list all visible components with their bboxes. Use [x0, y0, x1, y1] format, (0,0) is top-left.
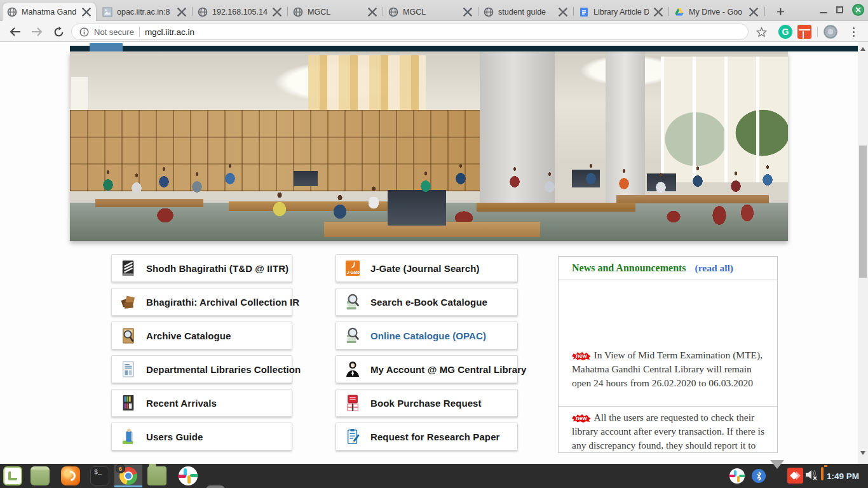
button-label: Users Guide — [146, 431, 203, 442]
profile-avatar[interactable] — [824, 25, 837, 39]
button-book-purchase[interactable]: Book Purchase Request — [336, 389, 518, 417]
chrome-taskbar-button-active[interactable]: 6 — [114, 464, 142, 487]
close-tab-icon[interactable] — [463, 7, 473, 17]
button-label: Archive Catalogue — [146, 330, 231, 341]
terminal-launcher[interactable]: $_ — [90, 466, 109, 485]
reload-button[interactable] — [51, 24, 66, 39]
google-drive-favicon-icon — [674, 7, 684, 17]
scroll-up-arrow-icon[interactable] — [860, 47, 865, 51]
nav-active-item[interactable] — [90, 43, 123, 51]
thesis-book-icon — [119, 258, 137, 278]
close-tab-icon[interactable] — [749, 7, 759, 17]
tab-opac[interactable]: opac.iitr.ac.in:8 — [98, 3, 191, 21]
tab-separator — [573, 7, 574, 16]
tab-title: Mahatma Gand — [22, 8, 77, 17]
network-tray-icon[interactable] — [770, 469, 784, 483]
tab-title: 192.168.105.14 — [212, 8, 268, 17]
tab-ip-address[interactable]: 192.168.105.14 — [193, 3, 287, 21]
network-settings-launcher[interactable] — [206, 485, 225, 488]
terminal-glyph: $_ — [94, 469, 102, 476]
button-bhagirathi-archival[interactable]: Bhagirathi: Archival Collection IR — [111, 288, 292, 316]
tab-student-guide[interactable]: student guide — [479, 3, 573, 21]
button-label: Departmental Libraries Collection — [146, 364, 301, 375]
tab-separator — [192, 7, 193, 16]
active-app-underline — [114, 485, 142, 487]
tab-mgcl-3[interactable]: MGCL — [384, 3, 477, 21]
close-tab-icon[interactable] — [272, 7, 282, 17]
button-archive-catalogue[interactable]: Archive Catalogue — [111, 322, 292, 349]
tab-my-drive[interactable]: My Drive - Goo — [670, 3, 763, 21]
bookmark-button[interactable] — [754, 24, 769, 39]
tab-mgcl-home[interactable]: Mahatma Gand — [3, 3, 96, 21]
browser-window: Mahatma Gand opac.iitr.ac.in:8 192.168.1… — [0, 0, 868, 488]
file-manager-launcher[interactable] — [147, 466, 166, 485]
news-item-text: All the users are requested to check the… — [572, 412, 764, 453]
close-tab-icon[interactable] — [367, 7, 377, 17]
tab-title: opac.iitr.ac.in:8 — [117, 8, 172, 17]
browser-menu-button[interactable] — [846, 25, 860, 39]
bookshelf-icon — [119, 393, 137, 413]
slack-tray-icon[interactable] — [729, 468, 745, 484]
firefox-launcher[interactable] — [61, 466, 80, 485]
bluetooth-tray-icon[interactable] — [752, 469, 766, 483]
site-navbar-partial — [70, 46, 858, 51]
google-docs-favicon-icon — [579, 7, 589, 17]
show-desktop-button[interactable] — [31, 466, 50, 485]
security-label: Not secure — [94, 27, 134, 37]
window-controls — [820, 4, 864, 16]
close-window-button[interactable] — [852, 4, 864, 16]
info-icon[interactable] — [79, 27, 89, 37]
archive-search-icon — [119, 325, 137, 346]
anydesk-tray-icon[interactable] — [787, 468, 803, 484]
button-search-ebook[interactable]: Search e-Book Catalogue — [336, 288, 518, 316]
news-item-text: In View of Mid Term Examination (MTE), M… — [572, 349, 763, 388]
tab-library-article[interactable]: Library Article D — [574, 3, 668, 21]
page-scrollbar[interactable] — [858, 42, 868, 464]
tab-title: MGCL — [308, 8, 363, 17]
address-bar[interactable]: Not secure mgcl.iitr.ac.in — [71, 24, 749, 40]
archival-boxes-icon — [119, 292, 137, 312]
tab-mgcl-2[interactable]: MGCL — [288, 3, 382, 21]
tab-separator — [764, 7, 765, 16]
button-label: Bhagirathi: Archival Collection IR — [146, 297, 299, 308]
close-tab-icon[interactable] — [558, 7, 568, 17]
read-all-link[interactable]: (read all) — [695, 262, 733, 274]
new-badge: new — [572, 414, 591, 423]
button-online-catalogue-opac[interactable]: Online Catalogue (OPAC) — [336, 322, 518, 349]
tab-title: Library Article D — [593, 8, 649, 17]
minimize-button-icon[interactable] — [820, 12, 827, 13]
tab-title: My Drive - Goo — [689, 8, 744, 17]
back-button[interactable] — [8, 24, 23, 39]
new-tab-button[interactable] — [772, 5, 789, 18]
grammarly-extension-icon[interactable]: G — [778, 25, 792, 39]
volume-tray-icon[interactable] — [805, 469, 819, 483]
slack-launcher[interactable] — [179, 466, 198, 485]
omnibox-separator — [139, 27, 140, 37]
button-shodh-bhagirathi[interactable]: Shodh Bhagirathi (T&D @ IITR) — [111, 254, 292, 282]
taskbar-clock[interactable]: 1:49 PM — [827, 464, 859, 488]
close-icon — [855, 7, 861, 13]
forward-button[interactable] — [29, 24, 44, 39]
scroll-down-arrow-icon[interactable] — [860, 451, 865, 455]
toolbar-separator — [817, 27, 818, 37]
restore-button-icon[interactable] — [836, 6, 843, 13]
button-departmental-libraries[interactable]: Departmental Libraries Collection — [111, 355, 292, 383]
mint-menu-button[interactable] — [3, 466, 22, 485]
star-icon — [756, 27, 767, 37]
button-my-account[interactable]: My Account @ MG Central Library — [336, 355, 518, 383]
button-label: Request for Research Paper — [370, 431, 500, 442]
globe-favicon-icon — [293, 7, 303, 17]
new-badge: new — [572, 352, 591, 360]
extension-icon[interactable] — [797, 25, 811, 39]
button-request-research-paper[interactable]: Request for Research Paper — [336, 423, 518, 451]
button-users-guide[interactable]: Users Guide — [111, 423, 292, 451]
scrollbar-thumb[interactable] — [859, 146, 867, 278]
button-recent-arrivals[interactable]: Recent Arrivals — [111, 389, 292, 417]
close-tab-icon[interactable] — [177, 7, 187, 17]
button-jgate[interactable]: J-Gate J-Gate (Journal Search) — [336, 254, 518, 282]
jgate-logo-icon: J-Gate — [344, 258, 362, 278]
close-tab-icon[interactable] — [81, 7, 92, 17]
news-item: newAll the users are requested to check … — [559, 407, 777, 453]
volume-muted-icon — [805, 469, 818, 480]
close-tab-icon[interactable] — [653, 7, 663, 17]
